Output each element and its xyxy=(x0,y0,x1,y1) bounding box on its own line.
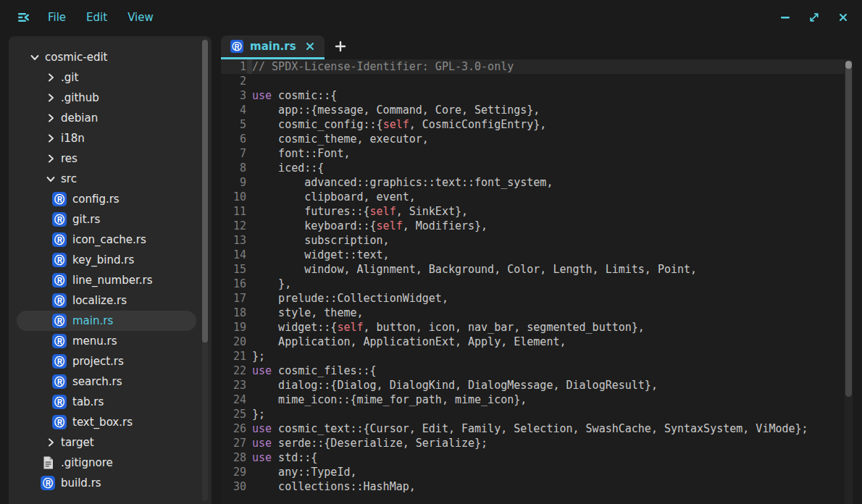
tree-item-label: i18n xyxy=(61,132,85,145)
rust-file-icon: Ⓡ xyxy=(52,314,67,328)
chevron-right-icon[interactable] xyxy=(45,437,57,448)
tree-item-debian[interactable]: debian xyxy=(9,108,212,128)
tab-main-rs[interactable]: Ⓡmain.rs xyxy=(221,35,325,59)
tree-item-res[interactable]: res xyxy=(9,148,212,169)
code-text: use cosmic::{ xyxy=(246,88,337,103)
code-text: mime_icon::{mime_for_path, mime_icon}, xyxy=(246,392,527,407)
chevron-right-icon[interactable] xyxy=(45,153,57,164)
code-line: 30 collections::HashMap, xyxy=(221,479,845,494)
line-number: 2 xyxy=(221,75,246,88)
code-line: 17 prelude::CollectionWidget, xyxy=(221,291,845,306)
tree-item-label: icon_cache.rs xyxy=(72,233,146,246)
sidebar-scrollbar-thumb[interactable] xyxy=(202,40,208,343)
rust-file-icon: Ⓡ xyxy=(52,293,67,308)
code-text: advanced::graphics::text::font_system, xyxy=(246,175,553,190)
code-line: 2 xyxy=(221,74,845,88)
chevron-down-icon[interactable] xyxy=(45,173,57,185)
maximize-button[interactable] xyxy=(808,12,820,23)
line-number: 29 xyxy=(221,466,246,479)
tree-item-label: git.rs xyxy=(72,213,100,226)
line-number: 9 xyxy=(221,176,246,189)
tree-item-config-rs[interactable]: Ⓡconfig.rs xyxy=(9,189,212,209)
tab-close-icon[interactable] xyxy=(305,41,315,51)
tree-item-target[interactable]: target xyxy=(9,432,212,453)
chevron-right-icon[interactable] xyxy=(45,133,57,144)
code-text: style, theme, xyxy=(246,306,364,320)
tab[interactable]: Ⓡmain.rs xyxy=(221,35,325,57)
tree-item-i18n[interactable]: i18n xyxy=(9,128,212,148)
tree-item-line-number-rs[interactable]: Ⓡline_number.rs xyxy=(9,270,212,290)
tree-item-search-rs[interactable]: Ⓡsearch.rs xyxy=(9,371,212,392)
code-line: 11 futures::{self, SinkExt}, xyxy=(221,204,845,219)
line-number: 15 xyxy=(221,263,246,276)
code-text: }; xyxy=(246,407,265,421)
line-number: 17 xyxy=(221,292,246,305)
code-text: use cosmic_text::{Cursor, Edit, Family, … xyxy=(246,421,808,436)
line-number: 6 xyxy=(221,133,246,146)
editor-scrollbar-knob[interactable] xyxy=(845,61,852,69)
tree-item-text-box-rs[interactable]: Ⓡtext_box.rs xyxy=(9,412,212,432)
line-number: 26 xyxy=(221,422,246,435)
close-button[interactable] xyxy=(837,12,849,23)
file-tree: cosmic-edit.git.githubdebiani18nressrcⓇc… xyxy=(9,36,212,493)
code-line: 8 iced::{ xyxy=(221,161,845,175)
code-line: 20 Application, ApplicationExt, Apply, E… xyxy=(221,335,845,349)
menu-view[interactable]: View xyxy=(127,11,154,24)
tree-item-label: localize.rs xyxy=(72,294,127,307)
chevron-down-icon[interactable] xyxy=(29,51,41,63)
tree-item-git-rs[interactable]: Ⓡgit.rs xyxy=(9,209,212,230)
code-line: 6 cosmic_theme, executor, xyxy=(221,132,845,146)
tree-item-key-bind-rs[interactable]: Ⓡkey_bind.rs xyxy=(9,250,212,270)
code-line: 4 app::{message, Command, Core, Settings… xyxy=(221,103,845,117)
tree-item-icon-cache-rs[interactable]: Ⓡicon_cache.rs xyxy=(9,230,212,250)
tree-item-label: search.rs xyxy=(72,375,122,388)
tree-item-project-rs[interactable]: Ⓡproject.rs xyxy=(9,351,212,371)
menu-file[interactable]: File xyxy=(48,11,66,24)
window-controls xyxy=(779,12,849,23)
code-line: 15 window, Alignment, Background, Color,… xyxy=(221,262,845,277)
code-text: use std::{ xyxy=(246,450,317,465)
tree-item-label: .git xyxy=(61,71,78,84)
line-number: 23 xyxy=(221,379,246,392)
line-number: 8 xyxy=(221,161,246,175)
chevron-right-icon[interactable] xyxy=(45,112,57,124)
minimize-button[interactable] xyxy=(779,12,791,23)
code-line: 18 style, theme, xyxy=(221,306,845,320)
tree-item-label: line_number.rs xyxy=(72,274,153,287)
line-number: 7 xyxy=(221,147,246,160)
tree-item-main-rs[interactable]: Ⓡmain.rs xyxy=(9,311,212,331)
line-number: 30 xyxy=(221,480,246,493)
tree-item--gitignore[interactable]: .gitignore xyxy=(9,453,212,473)
tree-item-menu-rs[interactable]: Ⓡmenu.rs xyxy=(9,331,212,351)
tree-item-localize-rs[interactable]: Ⓡlocalize.rs xyxy=(9,290,212,311)
tree-item-label: config.rs xyxy=(72,193,120,206)
tree-item-label: main.rs xyxy=(72,314,113,327)
code-text: dialog::{Dialog, DialogKind, DialogMessa… xyxy=(246,378,658,392)
tree-item--github[interactable]: .github xyxy=(9,88,212,108)
code-line: 21}; xyxy=(221,349,845,364)
code-line: 16 }, xyxy=(221,277,845,291)
app-menu-icon[interactable] xyxy=(16,10,30,25)
rust-file-icon: Ⓡ xyxy=(52,232,67,247)
code-text: window, Alignment, Background, Color, Le… xyxy=(246,262,697,277)
rust-file-icon: Ⓡ xyxy=(41,476,55,490)
menu-bar: FileEditView xyxy=(48,11,154,24)
chevron-right-icon[interactable] xyxy=(45,72,57,83)
tree-item-cosmic-edit[interactable]: cosmic-edit xyxy=(9,47,212,67)
chevron-right-icon[interactable] xyxy=(45,92,57,104)
tree-item-label: tab.rs xyxy=(72,395,104,408)
code-editor[interactable]: 1// SPDX-License-Identifier: GPL-3.0-onl… xyxy=(221,59,853,504)
new-tab-button[interactable] xyxy=(333,39,348,54)
tree-item--git[interactable]: .git xyxy=(9,67,212,88)
code-text: futures::{self, SinkExt}, xyxy=(246,204,468,219)
tree-item-src[interactable]: src xyxy=(9,169,212,189)
line-number: 27 xyxy=(221,437,246,450)
menu-edit[interactable]: Edit xyxy=(86,11,107,24)
tree-item-tab-rs[interactable]: Ⓡtab.rs xyxy=(9,392,212,412)
editor-scrollbar-thumb[interactable] xyxy=(845,61,852,397)
tree-item-label: src xyxy=(61,172,77,185)
tree-item-build-rs[interactable]: Ⓡbuild.rs xyxy=(9,473,212,493)
code-line: 1// SPDX-License-Identifier: GPL-3.0-onl… xyxy=(221,59,845,74)
code-line: 19 widget::{self, button, icon, nav_bar,… xyxy=(221,320,845,335)
code-line: 25}; xyxy=(221,407,845,421)
